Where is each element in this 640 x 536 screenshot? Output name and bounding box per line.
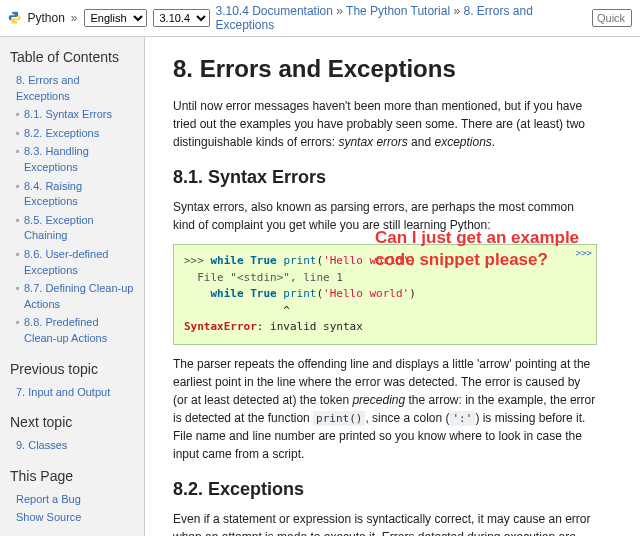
- sidebar: Table of Contents 8. Errors and Exceptio…: [0, 37, 145, 536]
- python-logo-icon: [8, 11, 21, 25]
- toc-item[interactable]: 8.8. Predefined Clean-up Actions: [24, 316, 107, 344]
- page-title: 8. Errors and Exceptions: [173, 55, 597, 83]
- prev-link[interactable]: 7. Input and Output: [16, 386, 110, 398]
- syntax-intro: Syntax errors, also known as parsing err…: [173, 198, 597, 234]
- intro-paragraph: Until now error messages haven't been mo…: [173, 97, 597, 151]
- toc-item[interactable]: 8. Errors and Exceptions: [16, 74, 80, 102]
- logo-label: Python: [27, 11, 64, 25]
- language-select[interactable]: English: [84, 9, 147, 27]
- next-title: Next topic: [10, 414, 134, 430]
- next-link[interactable]: 9. Classes: [16, 439, 67, 451]
- toc-item[interactable]: 8.7. Defining Clean-up Actions: [24, 282, 133, 310]
- syntax-explain: The parser repeats the offending line an…: [173, 355, 597, 464]
- code-example-syntax: >>>>>> while True print('Hello world') F…: [173, 244, 597, 345]
- crumb-docs[interactable]: 3.10.4 Documentation: [216, 4, 333, 18]
- toc-item[interactable]: 8.6. User-defined Exceptions: [24, 248, 108, 276]
- search-input[interactable]: [592, 9, 632, 27]
- exceptions-intro: Even if a statement or expression is syn…: [173, 510, 597, 536]
- topbar: Python » English 3.10.4 3.10.4 Documenta…: [0, 0, 640, 37]
- toc-item[interactable]: 8.3. Handling Exceptions: [24, 145, 89, 173]
- main-content: 8. Errors and Exceptions Until now error…: [145, 37, 625, 536]
- toc-item[interactable]: 8.1. Syntax Errors: [24, 108, 112, 120]
- breadcrumb: 3.10.4 Documentation » The Python Tutori…: [216, 4, 581, 32]
- thispage-title: This Page: [10, 468, 134, 484]
- toc-item[interactable]: 8.2. Exceptions: [24, 127, 99, 139]
- toc-list: 8. Errors and Exceptions 8.1. Syntax Err…: [10, 73, 134, 347]
- show-source-link[interactable]: Show Source: [16, 511, 81, 523]
- crumb-tutorial[interactable]: The Python Tutorial: [346, 4, 450, 18]
- toc-title: Table of Contents: [10, 49, 134, 65]
- toc-item[interactable]: 8.5. Exception Chaining: [24, 214, 94, 242]
- prev-title: Previous topic: [10, 361, 134, 377]
- report-bug-link[interactable]: Report a Bug: [16, 493, 81, 505]
- hide-prompts-button[interactable]: >>>: [576, 247, 592, 261]
- version-select[interactable]: 3.10.4: [153, 9, 210, 27]
- toc-item[interactable]: 8.4. Raising Exceptions: [24, 180, 82, 208]
- section-syntax-errors: 8.1. Syntax Errors: [173, 167, 597, 188]
- section-exceptions: 8.2. Exceptions: [173, 479, 597, 500]
